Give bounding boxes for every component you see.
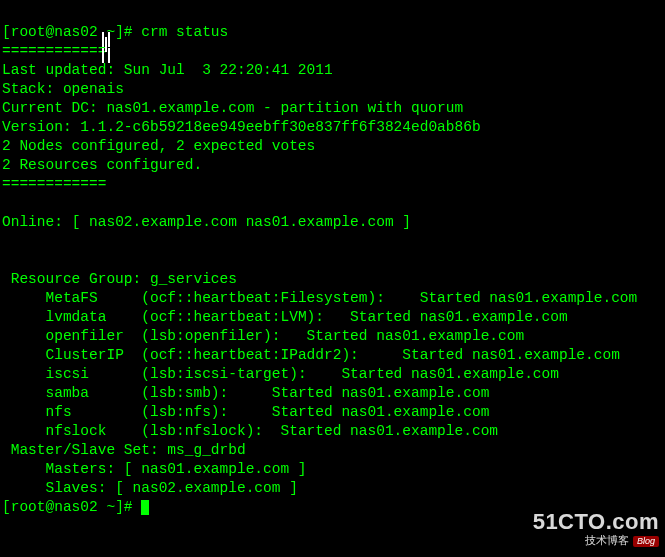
resource-row: lvmdata (ocf::heartbeat:LVM): Started na… <box>2 309 568 325</box>
online-line: Online: [ nas02.example.com nas01.exampl… <box>2 214 411 230</box>
masters-line: Masters: [ nas01.example.com ] <box>2 461 307 477</box>
prompt-line[interactable]: [root@nas02 ~]# <box>2 499 149 515</box>
resource-row: iscsi (lsb:iscsi-target): Started nas01.… <box>2 366 559 382</box>
text-cursor-icon <box>105 37 107 52</box>
nodes-line: 2 Nodes configured, 2 expected votes <box>2 138 315 154</box>
resource-row: ClusterIP (ocf::heartbeat:IPaddr2): Star… <box>2 347 620 363</box>
resource-row: nfslock (lsb:nfslock): Started nas01.exa… <box>2 423 498 439</box>
separator: ============ <box>2 176 106 192</box>
watermark-badge: Blog <box>633 536 659 547</box>
stack-line: Stack: openais <box>2 81 124 97</box>
last-updated: Last updated: Sun Jul 3 22:20:41 2011 <box>2 62 333 78</box>
resource-row: openfiler (lsb:openfiler): Started nas01… <box>2 328 524 344</box>
watermark-sub: 技术博客Blog <box>533 535 659 547</box>
command: crm status <box>141 24 228 40</box>
current-dc-line: Current DC: nas01.example.com - partitio… <box>2 100 463 116</box>
separator: ============ <box>2 43 106 59</box>
resource-row: samba (lsb:smb): Started nas01.example.c… <box>2 385 489 401</box>
resource-group-header: Resource Group: g_services <box>2 271 237 287</box>
prompt-line: [root@nas02 ~]# crm status <box>2 24 228 40</box>
version-line: Version: 1.1.2-c6b59218ee949eebff30e837f… <box>2 119 481 135</box>
block-cursor <box>141 500 149 515</box>
resources-line: 2 Resources configured. <box>2 157 202 173</box>
resource-row: nfs (lsb:nfs): Started nas01.example.com <box>2 404 489 420</box>
slaves-line: Slaves: [ nas02.example.com ] <box>2 480 298 496</box>
terminal-output[interactable]: [root@nas02 ~]# crm status ============ … <box>0 0 665 521</box>
master-slave-header: Master/Slave Set: ms_g_drbd <box>2 442 246 458</box>
resource-row: MetaFS (ocf::heartbeat:Filesystem): Star… <box>2 290 637 306</box>
